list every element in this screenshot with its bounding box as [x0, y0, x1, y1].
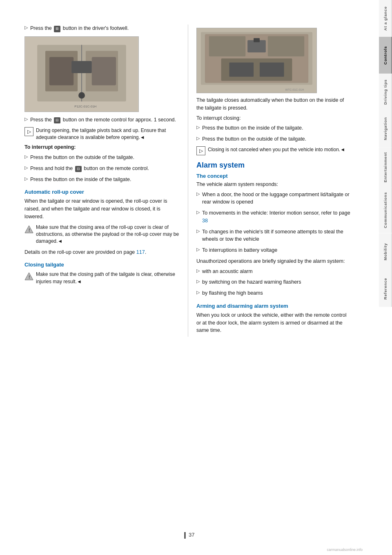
step1-text: Press the ⊞ button in the driver's footw… — [30, 25, 129, 32]
remote-button-icon: ⊟ — [54, 117, 60, 124]
concept-item-2-text: To movements in the vehicle: Interior mo… — [202, 209, 352, 225]
sidebar-tab-navigation[interactable]: Navigation — [379, 110, 392, 147]
note-opening: ▷ During opening, the tailgate pivots ba… — [24, 127, 180, 141]
interrupt-step2: ▷ Press and hold the ⊟ button on the rem… — [24, 165, 180, 172]
svg-rect-18 — [268, 36, 304, 56]
note-closing-text: Closing is not canceled when you put the… — [208, 146, 345, 153]
interrupt-arrow-2: ▷ — [24, 165, 28, 170]
close-interrupt-1: ▷ Press the button on the inside of the … — [196, 124, 352, 132]
svg-text:P12C-01C-01H: P12C-01C-01H — [74, 105, 96, 108]
concept-item-2: ▷ To movements in the vehicle: Interior … — [196, 209, 352, 225]
step1-item: ▷ Press the ⊞ button in the driver's foo… — [24, 25, 180, 32]
right-column: WTC-01C-01H The tailgate closes automati… — [196, 25, 352, 337]
page-number: 37 — [184, 532, 194, 539]
signal-arrow-1: ▷ — [196, 268, 200, 273]
concept-item-1-text: When a door, the hood or the luggage com… — [202, 191, 352, 206]
column-divider — [188, 25, 188, 337]
svg-rect-7 — [71, 61, 91, 73]
page-38-link[interactable]: 38 — [202, 218, 208, 224]
signal-item-2: ▷ by switching on the hazard warning fla… — [196, 278, 352, 286]
close-interrupt-2: ▷ Press the button on the outside of the… — [196, 135, 352, 143]
page-117-link[interactable]: 117 — [136, 249, 145, 255]
svg-text:!: ! — [29, 275, 30, 280]
auto-rollup-text: When the tailgate or rear window is open… — [24, 197, 180, 220]
svg-text:WTC-01C-01H: WTC-01C-01H — [285, 88, 304, 91]
warning-triangle-icon-2: ! — [24, 272, 33, 281]
warning-rollup: ! Make sure that the closing area of the… — [24, 224, 180, 245]
concept-item-1: ▷ When a door, the hood or the luggage c… — [196, 191, 352, 206]
sidebar-tab-at-a-glance[interactable]: At a glance — [379, 0, 392, 37]
concept-arrow-3: ▷ — [196, 228, 200, 234]
svg-rect-17 — [209, 36, 245, 56]
arming-text: When you lock or unlock the vehicle, eit… — [196, 311, 352, 334]
note-closing-motion: ▷ Closing is not canceled when you put t… — [196, 146, 352, 155]
signal-item-3: ▷ by flashing the high beams — [196, 289, 352, 297]
concept-item-4: ▷ To interruptions in battery voltage — [196, 246, 352, 254]
watermark: carmanualsonline.info — [327, 548, 363, 552]
concept-intro: The vehicle alarm system responds: — [196, 181, 352, 188]
left-column: ▷ Press the ⊞ button in the driver's foo… — [24, 25, 180, 337]
closing-tailgate-heading: Closing tailgate — [24, 262, 180, 268]
close-interrupt-1-text: Press the button on the inside of the ta… — [202, 124, 303, 132]
auto-rollup-heading: Automatic roll-up cover — [24, 189, 180, 195]
close-arrow-1: ▷ — [196, 125, 200, 130]
concept-item-3: ▷ To changes in the vehicle's tilt if so… — [196, 228, 352, 244]
sidebar-tab-driving-tips[interactable]: Driving tips — [379, 74, 392, 110]
tailgate-image: WTC-01C-01H — [196, 28, 317, 93]
concept-arrow-2: ▷ — [196, 210, 200, 215]
svg-rect-23 — [254, 38, 260, 42]
signal-item-1: ▷ with an acoustic alarm — [196, 268, 352, 275]
details-text: Details on the roll-up cover are provide… — [24, 248, 180, 256]
interrupt-arrow-1: ▷ — [24, 154, 28, 159]
close-interrupt-2-text: Press the button on the outside of the t… — [202, 135, 306, 143]
close-arrow-2: ▷ — [196, 136, 200, 141]
concept-item-4-text: To interruptions in battery voltage — [202, 246, 277, 254]
signal-item-3-text: by flashing the high beams — [202, 289, 263, 297]
tailgate-auto-close-text: The tailgate closes automatically when t… — [196, 96, 352, 112]
signal-item-2-text: by switching on the hazard warning flash… — [202, 278, 301, 286]
signal-arrow-2: ▷ — [196, 279, 200, 284]
remote-button-icon-2: ⊟ — [75, 166, 82, 172]
note-arrow-icon: ▷ — [24, 127, 33, 136]
concept-arrow-1: ▷ — [196, 191, 200, 197]
interrupt-step1: ▷ Press the button on the outside of the… — [24, 154, 180, 161]
arming-heading: Arming and disarming alarm system — [196, 303, 352, 309]
step2-text: Press the ⊟ button on the remote control… — [30, 116, 176, 124]
sidebar-tab-entertainment[interactable]: Entertainment — [379, 147, 392, 187]
sidebar-tab-reference[interactable]: Reference — [379, 270, 392, 307]
interrupt-step1-text: Press the button on the outside of the t… — [30, 154, 134, 161]
interrupt-closing-heading: To interrupt closing: — [196, 114, 352, 122]
bullet-arrow-1: ▷ — [24, 25, 28, 30]
concept-item-3-text: To changes in the vehicle's tilt if some… — [202, 228, 352, 244]
bullet-arrow-2: ▷ — [24, 116, 28, 122]
sidebar-tab-controls[interactable]: Controls — [379, 37, 392, 74]
svg-rect-5 — [49, 57, 74, 85]
warning-triangle-icon: ! — [24, 225, 33, 234]
sidebar-tab-communications[interactable]: Communications — [379, 187, 392, 233]
interrupt-step3-text: Press the button on the inside of the ta… — [30, 176, 131, 184]
alarm-system-heading: Alarm system — [196, 161, 352, 170]
interrupt-step2-text: Press and hold the ⊟ button on the remot… — [30, 165, 149, 172]
svg-text:!: ! — [29, 228, 30, 233]
footwell-button-icon: ⊞ — [54, 26, 60, 32]
note-closing-icon: ▷ — [196, 146, 205, 155]
signal-arrow-3: ▷ — [196, 290, 200, 295]
interrupt-step3: ▷ Press the button on the inside of the … — [24, 176, 180, 184]
svg-point-8 — [78, 92, 85, 98]
concept-arrow-4: ▷ — [196, 247, 200, 252]
warning-closing-text: Make sure that the closing path of the t… — [36, 271, 180, 285]
sidebar-tab-mobility[interactable]: Mobility — [379, 233, 392, 270]
svg-rect-6 — [92, 57, 116, 85]
unauthorized-text: Unauthorized operations are briefly sign… — [196, 257, 352, 265]
note-opening-text: During opening, the tailgate pivots back… — [36, 127, 180, 141]
warning-closing: ! Make sure that the closing path of the… — [24, 271, 180, 285]
signal-item-1-text: with an acoustic alarm — [202, 268, 253, 275]
warning-rollup-text: Make sure that the closing area of the r… — [36, 224, 180, 245]
concept-heading: The concept — [196, 173, 352, 179]
interrupt-arrow-3: ▷ — [24, 176, 28, 181]
svg-rect-21 — [260, 63, 284, 77]
step2-item: ▷ Press the ⊟ button on the remote contr… — [24, 116, 180, 124]
car-interior-image: P12C-01C-01H — [24, 36, 139, 112]
right-sidebar: At a glance Controls Driving tips Naviga… — [379, 0, 392, 555]
interrupt-opening-heading: To interrupt opening: — [24, 143, 180, 151]
